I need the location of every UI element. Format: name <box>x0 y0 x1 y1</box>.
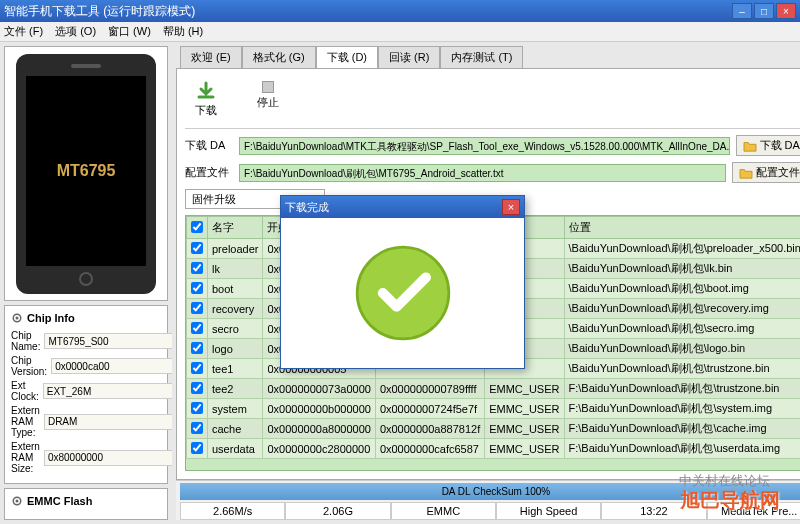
success-check-icon <box>348 238 458 348</box>
menu-options[interactable]: 选项 (O) <box>55 24 96 39</box>
row-checkbox[interactable] <box>191 402 203 414</box>
row-checkbox[interactable] <box>191 342 203 354</box>
col-location: 位置 <box>564 217 800 239</box>
phone-home-button <box>79 272 93 286</box>
cell-begin: 0x00000000b000000 <box>263 399 375 419</box>
watermark-primary: 旭巴导航网 <box>680 487 780 514</box>
phone-screen: MT6795 <box>26 76 146 266</box>
gear-icon <box>11 312 23 324</box>
row-checkbox[interactable] <box>191 322 203 334</box>
cell-location: \BaiduYunDownload\刷机包\secro.img <box>564 319 800 339</box>
menu-window[interactable]: 窗口 (W) <box>108 24 151 39</box>
cell-name: tee2 <box>208 379 263 399</box>
cell-location: \BaiduYunDownload\刷机包\preloader_x500.bin <box>564 239 800 259</box>
divider <box>185 128 800 129</box>
stop-button[interactable]: 停止 <box>257 81 279 118</box>
maximize-button[interactable]: □ <box>754 3 774 19</box>
row-checkbox[interactable] <box>191 262 203 274</box>
cell-region: EMMC_USER <box>485 379 564 399</box>
menu-help[interactable]: 帮助 (H) <box>163 24 203 39</box>
menu-file[interactable]: 文件 (F) <box>4 24 43 39</box>
tab-welcome[interactable]: 欢迎 (E) <box>180 46 242 68</box>
scatter-browse-label: 配置文件 <box>756 165 800 180</box>
ram-type-label: Extern RAM Type: <box>11 405 40 438</box>
chip-version-value[interactable] <box>51 358 186 374</box>
ext-clock-value[interactable] <box>43 383 178 399</box>
cell-end: 0x0000000724f5e7f <box>375 399 484 419</box>
download-button[interactable]: 下载 <box>195 81 217 118</box>
table-row[interactable]: tee2 0x0000000073a0000 0x000000000789fff… <box>187 379 801 399</box>
cell-location: F:\BaiduYunDownload\刷机包\cache.img <box>564 419 800 439</box>
cell-end: 0x0000000cafc6587 <box>375 439 484 459</box>
download-icon <box>196 81 216 101</box>
stop-icon <box>262 81 274 93</box>
tab-format[interactable]: 格式化 (G) <box>242 46 316 68</box>
emmc-header: EMMC Flash <box>11 495 161 507</box>
cell-location: F:\BaiduYunDownload\刷机包\userdata.img <box>564 439 800 459</box>
row-checkbox[interactable] <box>191 442 203 454</box>
cell-name: recovery <box>208 299 263 319</box>
action-row: 下载 停止 <box>185 77 800 122</box>
tab-readback[interactable]: 回读 (R) <box>378 46 440 68</box>
close-button[interactable]: × <box>776 3 796 19</box>
dialog-body <box>281 218 524 368</box>
cell-location: \BaiduYunDownload\刷机包\recovery.img <box>564 299 800 319</box>
tab-download[interactable]: 下载 (D) <box>316 46 378 68</box>
chip-info-panel: Chip Info Chip Name: Chip Version: Ext C… <box>4 305 168 484</box>
table-row[interactable]: cache 0x0000000a8000000 0x0000000a887812… <box>187 419 801 439</box>
tab-bar: 欢迎 (E) 格式化 (G) 下载 (D) 回读 (R) 内存测试 (T) <box>180 46 800 68</box>
check-all[interactable] <box>191 221 203 233</box>
cell-name: tee1 <box>208 359 263 379</box>
ram-type-value[interactable] <box>44 414 179 430</box>
cell-location: \BaiduYunDownload\刷机包\lk.bin <box>564 259 800 279</box>
phone-preview: MT6795 <box>4 46 168 301</box>
da-path-row: 下载 DA F:\BaiduYunDownload\MTK工具教程驱动\SP_F… <box>185 135 800 156</box>
cell-name: userdata <box>208 439 263 459</box>
folder-icon <box>739 167 753 179</box>
phone-speaker <box>71 64 101 68</box>
da-path-input[interactable]: F:\BaiduYunDownload\MTK工具教程驱动\SP_Flash_T… <box>239 137 730 155</box>
chip-version-label: Chip Version: <box>11 355 47 377</box>
cell-name: cache <box>208 419 263 439</box>
minimize-button[interactable]: – <box>732 3 752 19</box>
scatter-browse-button[interactable]: 配置文件 <box>732 162 800 183</box>
chip-info-title: Chip Info <box>27 312 75 324</box>
row-checkbox[interactable] <box>191 242 203 254</box>
window-title: 智能手机下载工具 (运行时跟踪模式) <box>4 3 195 20</box>
row-checkbox[interactable] <box>191 422 203 434</box>
row-checkbox[interactable] <box>191 382 203 394</box>
cell-location: \BaiduYunDownload\刷机包\boot.img <box>564 279 800 299</box>
cell-end: 0x000000000789ffff <box>375 379 484 399</box>
cell-name: system <box>208 399 263 419</box>
cell-name: lk <box>208 259 263 279</box>
status-speed: 2.66M/s <box>180 502 285 520</box>
download-complete-dialog: 下载完成 × <box>280 195 525 369</box>
row-checkbox[interactable] <box>191 302 203 314</box>
chip-name-value[interactable] <box>44 333 179 349</box>
da-browse-button[interactable]: 下载 DA <box>736 135 800 156</box>
table-row[interactable]: userdata 0x0000000c2800000 0x0000000cafc… <box>187 439 801 459</box>
svg-point-1 <box>16 317 19 320</box>
table-row[interactable]: system 0x00000000b000000 0x0000000724f5e… <box>187 399 801 419</box>
tab-memtest[interactable]: 内存测试 (T) <box>440 46 523 68</box>
ram-size-value[interactable] <box>44 450 179 466</box>
status-size: 2.06G <box>285 502 390 520</box>
cell-name: secro <box>208 319 263 339</box>
chip-name-label: Chip Name: <box>11 330 40 352</box>
ram-size-label: Extern RAM Size: <box>11 441 40 474</box>
row-checkbox[interactable] <box>191 362 203 374</box>
cell-location: \BaiduYunDownload\刷机包\trustzone.bin <box>564 359 800 379</box>
cell-location: F:\BaiduYunDownload\刷机包\trustzone.bin <box>564 379 800 399</box>
da-label: 下载 DA <box>185 138 233 153</box>
col-check[interactable] <box>187 217 208 239</box>
cell-name: preloader <box>208 239 263 259</box>
scatter-path-input[interactable]: F:\BaiduYunDownload\刷机包\MT6795_Android_s… <box>239 164 726 182</box>
dialog-title: 下载完成 <box>285 200 329 215</box>
gear-icon <box>11 495 23 507</box>
status-hs: High Speed <box>496 502 601 520</box>
row-checkbox[interactable] <box>191 282 203 294</box>
folder-icon <box>743 140 757 152</box>
window-titlebar: 智能手机下载工具 (运行时跟踪模式) – □ × <box>0 0 800 22</box>
dialog-close-button[interactable]: × <box>502 199 520 215</box>
cell-begin: 0x0000000a8000000 <box>263 419 375 439</box>
